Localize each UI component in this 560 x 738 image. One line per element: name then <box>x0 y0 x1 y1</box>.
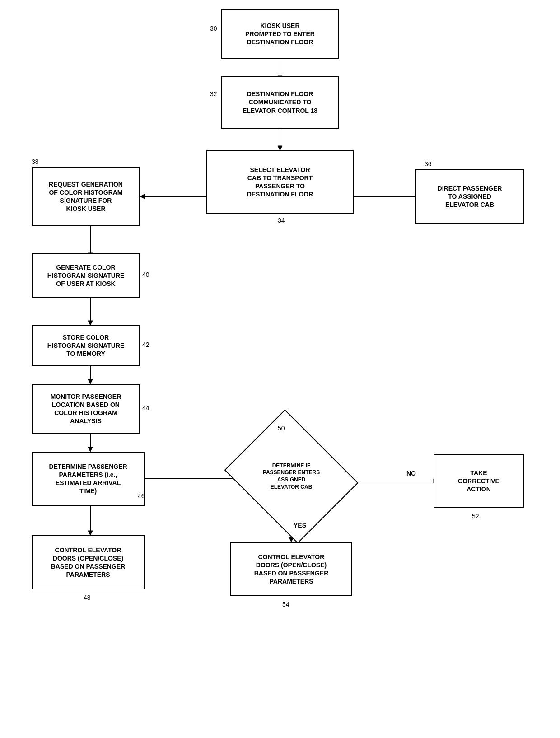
control-doors-left-label: CONTROL ELEVATOR DOORS (OPEN/CLOSE) BASE… <box>51 546 126 579</box>
ref-32: 32 <box>210 90 217 98</box>
kiosk-prompt-label: KIOSK USER PROMPTED TO ENTER DESTINATION… <box>245 22 315 47</box>
svg-marker-11 <box>88 321 93 325</box>
ref-50: 50 <box>278 425 285 432</box>
ref-38: 38 <box>32 158 39 165</box>
determine-params-label: DETERMINE PASSENGER PARAMETERS (i.e., ES… <box>49 462 127 495</box>
determine-if-enters-label: DETERMINE IF PASSENGER ENTERS ASSIGNED E… <box>258 458 324 495</box>
ref-34: 34 <box>278 217 285 224</box>
svg-marker-5 <box>140 194 145 199</box>
determine-if-enters-diamond: DETERMINE IF PASSENGER ENTERS ASSIGNED E… <box>239 434 343 519</box>
request-hist-box: REQUEST GENERATION OF COLOR HISTOGRAM SI… <box>32 167 140 226</box>
svg-marker-3 <box>278 146 282 150</box>
ref-40: 40 <box>142 271 149 278</box>
no-label: NO <box>406 470 416 477</box>
control-doors-center-box: CONTROL ELEVATOR DOORS (OPEN/CLOSE) BASE… <box>230 542 352 596</box>
ref-54: 54 <box>282 601 289 608</box>
svg-marker-19 <box>88 531 93 535</box>
kiosk-prompt-box: KIOSK USER PROMPTED TO ENTER DESTINATION… <box>221 9 339 59</box>
ref-30: 30 <box>210 25 217 32</box>
generate-hist-label: GENERATE COLOR HISTOGRAM SIGNATURE OF US… <box>47 263 125 288</box>
generate-hist-box: GENERATE COLOR HISTOGRAM SIGNATURE OF US… <box>32 253 140 298</box>
svg-marker-15 <box>88 447 93 452</box>
yes-label: YES <box>294 522 306 529</box>
dest-floor-label: DESTINATION FLOOR COMMUNICATED TO ELEVAT… <box>243 90 317 115</box>
direct-passenger-label: DIRECT PASSENGER TO ASSIGNED ELEVATOR CA… <box>438 184 502 209</box>
svg-marker-13 <box>88 379 93 384</box>
select-cab-box: SELECT ELEVATOR CAB TO TRANSPORT PASSENG… <box>206 150 354 214</box>
take-corrective-label: TAKE CORRECTIVE ACTION <box>458 469 499 494</box>
take-corrective-box: TAKE CORRECTIVE ACTION <box>434 454 524 508</box>
control-doors-center-label: CONTROL ELEVATOR DOORS (OPEN/CLOSE) BASE… <box>254 553 329 586</box>
ref-46: 46 <box>138 492 145 500</box>
ref-42: 42 <box>142 341 149 348</box>
select-cab-label: SELECT ELEVATOR CAB TO TRANSPORT PASSENG… <box>247 166 313 199</box>
control-doors-left-box: CONTROL ELEVATOR DOORS (OPEN/CLOSE) BASE… <box>32 535 145 589</box>
direct-passenger-box: DIRECT PASSENGER TO ASSIGNED ELEVATOR CA… <box>415 169 524 224</box>
ref-44: 44 <box>142 404 149 411</box>
monitor-passenger-label: MONITOR PASSENGER LOCATION BASED ON COLO… <box>51 392 121 425</box>
ref-52: 52 <box>472 513 479 520</box>
dest-floor-box: DESTINATION FLOOR COMMUNICATED TO ELEVAT… <box>221 76 339 129</box>
store-hist-label: STORE COLOR HISTOGRAM SIGNATURE TO MEMOR… <box>47 333 125 358</box>
determine-params-box: DETERMINE PASSENGER PARAMETERS (i.e., ES… <box>32 452 145 506</box>
store-hist-box: STORE COLOR HISTOGRAM SIGNATURE TO MEMOR… <box>32 325 140 366</box>
monitor-passenger-box: MONITOR PASSENGER LOCATION BASED ON COLO… <box>32 384 140 434</box>
ref-48: 48 <box>84 594 91 601</box>
request-hist-label: REQUEST GENERATION OF COLOR HISTOGRAM SI… <box>49 180 123 213</box>
ref-36: 36 <box>425 160 432 168</box>
